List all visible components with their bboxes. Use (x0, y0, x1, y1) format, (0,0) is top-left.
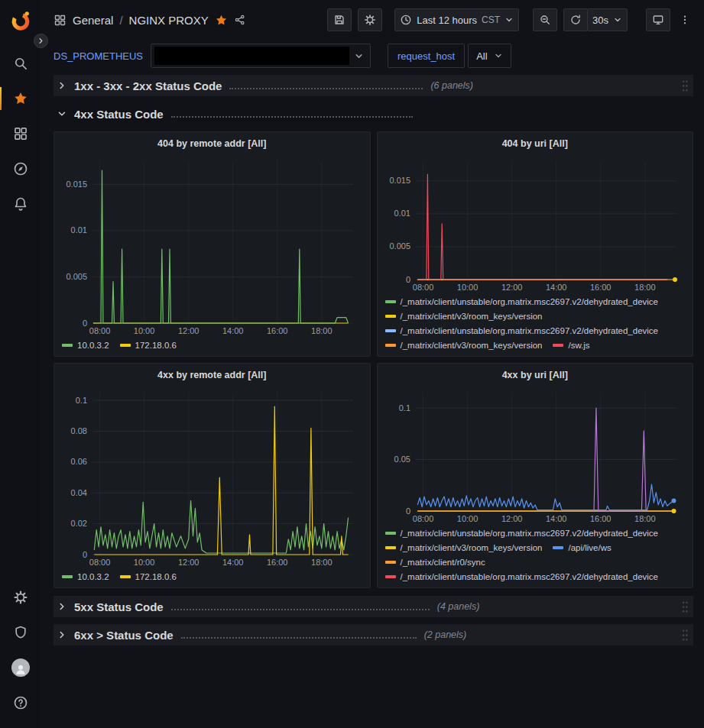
sidebar-item-starred[interactable] (0, 81, 41, 116)
chart-legend: 10.0.3.2172.18.0.6 (60, 568, 364, 584)
panel-404-by-remote-addr: 404 by remote addr [All] 00.0050.010.015… (54, 131, 371, 357)
sidebar-item-server-admin[interactable] (0, 615, 41, 650)
series-label: /sw.js (568, 339, 589, 351)
chevron-down-icon (613, 15, 622, 24)
clock-icon (400, 14, 412, 26)
legend-item[interactable]: /sw.js (553, 339, 589, 351)
legend-item[interactable]: /_matrix/client/r0/sync (385, 556, 485, 568)
chart-legend: /_matrix/client/unstable/org.matrix.msc2… (384, 525, 687, 584)
sidebar-item-help[interactable] (0, 685, 41, 720)
chart-canvas[interactable]: 00.050.108:0010:0012:0014:0016:0018:00 (384, 387, 687, 525)
zoom-out-icon (539, 14, 551, 26)
share-icon[interactable] (234, 14, 246, 26)
breadcrumb-dashboard-title[interactable]: NGINX PROXY (129, 14, 209, 27)
svg-text:10:00: 10:00 (134, 558, 155, 567)
sidebar-item-configuration[interactable] (0, 580, 41, 615)
kiosk-mode-button[interactable] (646, 8, 670, 31)
row-4xx[interactable]: 4xx Status Code (54, 103, 693, 125)
breadcrumb-folder[interactable]: General (73, 14, 113, 27)
svg-text:14:00: 14:00 (222, 558, 244, 567)
chart-canvas[interactable]: 00.0050.010.01508:0010:0012:0014:0016:00… (60, 156, 364, 337)
svg-text:18:00: 18:00 (634, 514, 656, 523)
svg-text:12:00: 12:00 (501, 283, 522, 292)
legend-item[interactable]: /api/live/ws (553, 542, 611, 554)
dashboard-toolbar: General / NGINX PROXY Last 12 hours CST (41, 0, 704, 40)
legend-item[interactable]: /_matrix/client/unstable/org.matrix.msc2… (385, 296, 659, 308)
sidebar-item-dashboards[interactable] (0, 116, 41, 151)
svg-text:12:00: 12:00 (178, 326, 200, 335)
zoom-out-time-button[interactable] (533, 8, 557, 31)
dashboard-content: 1xx - 3xx - 2xx Status Code (6 panels) 4… (41, 72, 704, 728)
series-label: 10.0.3.2 (77, 339, 109, 351)
legend-item[interactable]: 172.18.0.6 (120, 571, 177, 583)
legend-item[interactable]: /_matrix/client/unstable/org.matrix.msc2… (385, 527, 659, 539)
chart-canvas[interactable]: 00.0050.010.01508:0010:0012:0014:0016:00… (384, 156, 687, 293)
panel-title[interactable]: 404 by remote addr [All] (60, 132, 364, 156)
svg-text:14:00: 14:00 (222, 326, 244, 335)
refresh-interval-label: 30s (592, 15, 608, 26)
favorite-star-icon[interactable] (215, 14, 228, 27)
sidebar-item-alerting[interactable] (0, 186, 41, 222)
gear-icon (13, 590, 28, 605)
grafana-logo[interactable] (9, 9, 32, 32)
svg-text:0.04: 0.04 (71, 488, 87, 497)
svg-text:0.005: 0.005 (389, 241, 410, 251)
legend-item[interactable]: /_matrix/client/v3/room_keys/version (385, 542, 543, 554)
breadcrumb: General / NGINX PROXY (54, 14, 246, 27)
row-6xx[interactable]: 6xx > Status Code (2 panels) (54, 624, 693, 645)
dashboard-settings-button[interactable] (358, 8, 382, 31)
row-title: 1xx - 3xx - 2xx Status Code (74, 79, 222, 92)
sidebar-item-profile[interactable] (0, 650, 41, 685)
chart-legend: /_matrix/client/unstable/org.matrix.msc2… (384, 293, 687, 353)
time-range-picker[interactable]: Last 12 hours CST (394, 8, 519, 31)
chevron-down-icon (504, 15, 514, 24)
series-color-swatch (120, 575, 131, 578)
save-icon (333, 14, 346, 26)
drag-handle-icon[interactable] (681, 600, 689, 613)
drag-handle-icon[interactable] (681, 629, 689, 642)
legend-item[interactable]: /_matrix/client/unstable/org.matrix.msc2… (385, 325, 659, 337)
svg-text:0.005: 0.005 (66, 272, 87, 281)
svg-text:0.1: 0.1 (76, 396, 87, 405)
legend-item[interactable]: /_matrix/client/unstable/org.matrix.msc2… (385, 571, 659, 583)
row-panel-count: (6 panels) (430, 80, 473, 91)
legend-item[interactable]: 10.0.3.2 (62, 571, 109, 583)
drag-handle-icon[interactable] (681, 79, 689, 92)
row-5xx[interactable]: 5xx Status Code (4 panels) (54, 596, 693, 617)
svg-text:0.06: 0.06 (71, 457, 87, 466)
panel-title[interactable]: 4xx by remote addr [All] (60, 364, 364, 387)
legend-item[interactable]: /_matrix/client/v3/room_keys/version (385, 339, 543, 351)
row-1xx-3xx-2xx[interactable]: 1xx - 3xx - 2xx Status Code (6 panels) (54, 75, 693, 96)
panel-title[interactable]: 404 by uri [All] (384, 132, 687, 156)
toolbar-actions: Last 12 hours CST 30s (327, 8, 693, 31)
question-icon (13, 695, 28, 710)
svg-text:16:00: 16:00 (267, 558, 288, 567)
datasource-select[interactable] (151, 44, 371, 68)
svg-text:08:00: 08:00 (89, 326, 111, 335)
save-dashboard-button[interactable] (327, 8, 352, 31)
chart-canvas[interactable]: 00.020.040.060.080.108:0010:0012:0014:00… (60, 387, 364, 568)
variable-request-host-value[interactable]: All (468, 44, 511, 68)
svg-text:0: 0 (405, 275, 410, 284)
svg-text:0: 0 (405, 506, 410, 516)
panel-title[interactable]: 4xx by uri [All] (384, 364, 687, 387)
sidebar-expand-button[interactable] (34, 34, 48, 48)
sidebar-item-search[interactable] (0, 46, 41, 81)
series-color-swatch (62, 344, 73, 347)
row-panel-count: (4 panels) (437, 601, 480, 612)
more-options-button[interactable] (676, 8, 693, 31)
sidebar-item-explore[interactable] (0, 151, 41, 186)
apps-icon (54, 14, 67, 27)
legend-item[interactable]: 10.0.3.2 (62, 339, 109, 351)
apps-icon (13, 126, 28, 141)
refresh-interval-picker[interactable]: 30s (587, 8, 628, 31)
variable-ds-prometheus-label[interactable]: DS_PROMETHEUS (54, 50, 143, 62)
svg-text:0.05: 0.05 (394, 455, 410, 464)
svg-text:0.015: 0.015 (66, 180, 87, 189)
svg-text:10:00: 10:00 (456, 514, 478, 523)
refresh-dashboard-button[interactable] (563, 8, 588, 31)
variable-request-host-label[interactable]: request_host (388, 44, 465, 68)
svg-text:14:00: 14:00 (545, 283, 566, 292)
legend-item[interactable]: /_matrix/client/v3/room_keys/version (385, 310, 543, 322)
legend-item[interactable]: 172.18.0.6 (120, 339, 177, 351)
